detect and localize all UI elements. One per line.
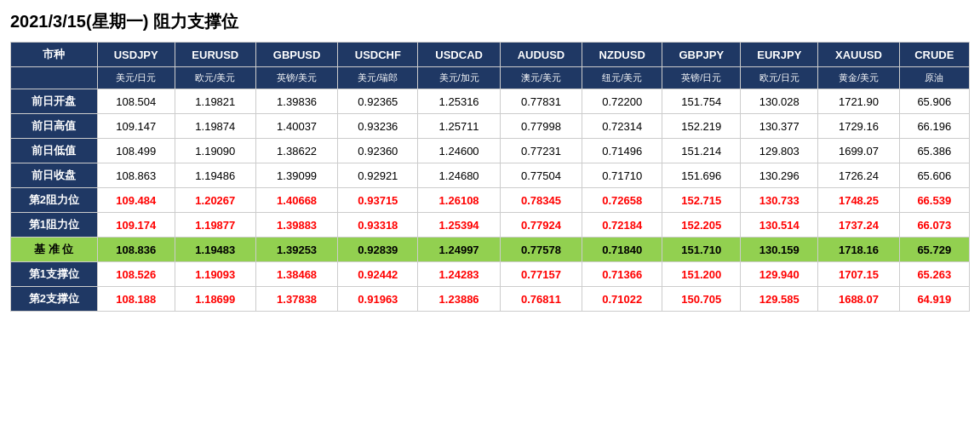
cell-value: 64.919 (899, 287, 969, 312)
cell-value: 108.504 (97, 89, 175, 114)
cell-value: 108.526 (97, 262, 175, 287)
cell-value: 0.91963 (338, 287, 418, 312)
cell-value: 0.71840 (582, 238, 662, 262)
cell-value: 65.729 (899, 238, 969, 262)
cell-value: 0.71022 (582, 287, 662, 312)
col-header-gbpjpy: GBPJPY (662, 43, 741, 67)
cell-value: 0.77924 (500, 213, 582, 238)
cell-value: 130.296 (741, 163, 818, 188)
cell-value: 1707.15 (818, 262, 899, 287)
cell-value: 0.92360 (338, 139, 418, 163)
cell-value: 151.710 (662, 238, 741, 262)
table-row: 第2阻力位109.4841.202671.406680.937151.26108… (11, 188, 970, 213)
cell-value: 0.92839 (338, 238, 418, 262)
col-sub-eurjpy: 欧元/日元 (741, 67, 818, 89)
cell-value: 0.72200 (582, 89, 662, 114)
cell-value: 0.93236 (338, 114, 418, 139)
col-sub-usdcad: 美元/加元 (418, 67, 500, 89)
table-row: 基 准 位108.8361.194831.392530.928391.24997… (11, 238, 970, 262)
cell-value: 0.92365 (338, 89, 418, 114)
cell-value: 152.715 (662, 188, 741, 213)
cell-value: 1.39883 (255, 213, 337, 238)
cell-value: 151.200 (662, 262, 741, 287)
cell-value: 109.174 (97, 213, 175, 238)
cell-value: 1748.25 (818, 188, 899, 213)
cell-value: 0.72314 (582, 114, 662, 139)
row-label: 第1阻力位 (11, 213, 98, 238)
cell-value: 1.39253 (255, 238, 337, 262)
cell-value: 1.39836 (255, 89, 337, 114)
cell-value: 109.484 (97, 188, 175, 213)
cell-value: 152.219 (662, 114, 741, 139)
cell-value: 1.24997 (418, 238, 500, 262)
table-row: 第2支撑位108.1881.186991.378380.919631.23886… (11, 287, 970, 312)
cell-value: 1.20267 (175, 188, 255, 213)
cell-value: 130.377 (741, 114, 818, 139)
row-label: 前日开盘 (11, 89, 98, 114)
cell-value: 1688.07 (818, 287, 899, 312)
col-sub-usdjpy: 美元/日元 (97, 67, 175, 89)
row-label: 前日高值 (11, 114, 98, 139)
cell-value: 1718.16 (818, 238, 899, 262)
row-label: 第2阻力位 (11, 188, 98, 213)
cell-value: 1.38468 (255, 262, 337, 287)
table-row: 前日开盘108.5041.198211.398360.923651.253160… (11, 89, 970, 114)
cell-value: 0.77157 (500, 262, 582, 287)
cell-value: 130.028 (741, 89, 818, 114)
col-sub-xauusd: 黄金/美元 (818, 67, 899, 89)
cell-value: 0.77998 (500, 114, 582, 139)
cell-value: 66.073 (899, 213, 969, 238)
cell-value: 1.26108 (418, 188, 500, 213)
cell-value: 0.72184 (582, 213, 662, 238)
cell-value: 65.263 (899, 262, 969, 287)
cell-value: 0.78345 (500, 188, 582, 213)
cell-value: 0.77231 (500, 139, 582, 163)
cell-value: 129.940 (741, 262, 818, 287)
cell-value: 129.585 (741, 287, 818, 312)
cell-value: 1.25711 (418, 114, 500, 139)
table-row: 前日高值109.1471.198741.400370.932361.257110… (11, 114, 970, 139)
cell-value: 1699.07 (818, 139, 899, 163)
col-header-gbpusd: GBPUSD (255, 43, 337, 67)
cell-value: 1.18699 (175, 287, 255, 312)
cell-value: 1.25394 (418, 213, 500, 238)
col-sub-nzdusd: 纽元/美元 (582, 67, 662, 89)
row-label: 基 准 位 (11, 238, 98, 262)
cell-value: 108.836 (97, 238, 175, 262)
cell-value: 65.606 (899, 163, 969, 188)
row-label: 前日低值 (11, 139, 98, 163)
col-header-eurjpy: EURJPY (741, 43, 818, 67)
cell-value: 0.77504 (500, 163, 582, 188)
cell-value: 66.196 (899, 114, 969, 139)
table-row: 第1阻力位109.1741.198771.398830.933181.25394… (11, 213, 970, 238)
cell-value: 66.539 (899, 188, 969, 213)
cell-value: 1.40668 (255, 188, 337, 213)
col-header-usdjpy: USDJPY (97, 43, 175, 67)
col-sub-audusd: 澳元/美元 (500, 67, 582, 89)
cell-value: 0.76811 (500, 287, 582, 312)
cell-value: 0.77831 (500, 89, 582, 114)
col-header-nzdusd: NZDUSD (582, 43, 662, 67)
cell-value: 109.147 (97, 114, 175, 139)
cell-value: 1.19093 (175, 262, 255, 287)
cell-value: 1.19483 (175, 238, 255, 262)
cell-value: 0.93318 (338, 213, 418, 238)
cell-value: 1.23886 (418, 287, 500, 312)
cell-value: 1.24600 (418, 139, 500, 163)
cell-value: 0.92442 (338, 262, 418, 287)
cell-value: 151.214 (662, 139, 741, 163)
col-sub-usdchf: 美元/瑞郎 (338, 67, 418, 89)
cell-value: 0.93715 (338, 188, 418, 213)
cell-value: 1729.16 (818, 114, 899, 139)
cell-value: 1721.90 (818, 89, 899, 114)
cell-value: 1726.24 (818, 163, 899, 188)
cell-value: 1.38622 (255, 139, 337, 163)
cell-value: 108.863 (97, 163, 175, 188)
table-row: 前日收盘108.8631.194861.390990.929211.246800… (11, 163, 970, 188)
cell-value: 1.25316 (418, 89, 500, 114)
col-header-usdcad: USDCAD (418, 43, 500, 67)
row-label: 第2支撑位 (11, 287, 98, 312)
table-row: 前日低值108.4991.190901.386220.923601.246000… (11, 139, 970, 163)
cell-value: 1.19874 (175, 114, 255, 139)
cell-value: 151.696 (662, 163, 741, 188)
